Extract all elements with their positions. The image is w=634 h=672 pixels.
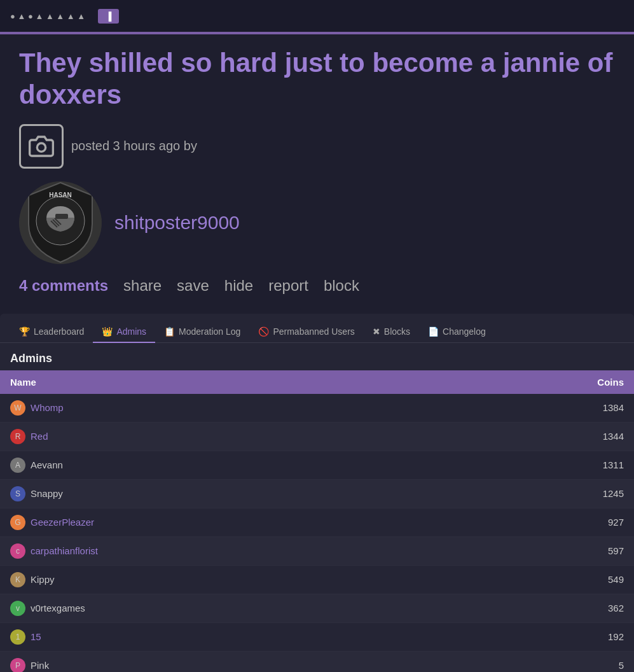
comments-link[interactable]: 4 comments xyxy=(19,277,108,295)
coins-value: 1245 xyxy=(603,488,624,499)
user-name[interactable]: GeezerPleazer xyxy=(31,517,94,528)
user-cell: AAevann xyxy=(10,458,63,473)
user-cell: vv0rtexgames xyxy=(10,601,85,616)
col-name-header: Name xyxy=(10,377,36,388)
top-bar-dots: ● ▲ ● ▲ ▲ ▲ ▲ ▲ xyxy=(10,11,85,21)
hide-link[interactable]: hide xyxy=(224,277,253,295)
admins-icon: 👑 xyxy=(102,326,113,337)
post-actions: 4 comments share save hide report block xyxy=(19,277,615,295)
user-name[interactable]: Snappy xyxy=(31,488,63,499)
user-cell: KKippy xyxy=(10,572,55,587)
main-container: ● ▲ ● ▲ ▲ ▲ ▲ ▲ ▐ They shilled so hard j… xyxy=(0,0,634,672)
coins-value: 192 xyxy=(608,631,624,642)
block-link[interactable]: block xyxy=(324,277,359,295)
table-header: Name Coins xyxy=(0,370,634,394)
section-title: Admins xyxy=(0,343,634,370)
bottom-panel: 🏆 Leaderboard 👑 Admins 📋 Moderation Log … xyxy=(0,314,634,672)
coins-value: 1384 xyxy=(603,402,624,413)
user-avatar-small: 1 xyxy=(10,629,25,645)
user-name[interactable]: Pink xyxy=(31,660,49,671)
post-time: posted 3 hours ago by xyxy=(71,139,197,153)
coins-value: 927 xyxy=(608,517,624,528)
table-row: RRed1344 xyxy=(0,423,634,451)
post-title: They shilled so hard just to become a ja… xyxy=(19,47,615,111)
table-row: AAevann1311 xyxy=(0,451,634,480)
blocks-icon: ✖ xyxy=(373,326,380,337)
changelog-icon: 📄 xyxy=(428,326,439,337)
author-name[interactable]: shitposter9000 xyxy=(114,212,240,234)
camera-icon xyxy=(19,124,64,169)
report-link[interactable]: report xyxy=(268,277,308,295)
post-meta: posted 3 hours ago by xyxy=(19,124,615,169)
user-avatar-small: P xyxy=(10,658,25,672)
tab-leaderboard[interactable]: 🏆 Leaderboard xyxy=(10,321,93,343)
tab-permabanned[interactable]: 🚫 Permabanned Users xyxy=(249,321,363,343)
user-avatar-small: c xyxy=(10,543,25,559)
user-cell: SSnappy xyxy=(10,486,63,501)
share-link[interactable]: share xyxy=(123,277,162,295)
user-avatar-small: R xyxy=(10,429,25,444)
user-cell: PPink xyxy=(10,658,49,672)
post-area: They shilled so hard just to become a ja… xyxy=(0,34,634,307)
tab-changelog-label: Changelog xyxy=(443,326,486,337)
save-link[interactable]: save xyxy=(177,277,209,295)
user-name[interactable]: v0rtexgames xyxy=(31,603,85,613)
user-name[interactable]: Whomp xyxy=(31,402,64,413)
user-name[interactable]: Kippy xyxy=(31,574,55,585)
table-row: KKippy549 xyxy=(0,566,634,594)
top-bar-button[interactable]: ▐ xyxy=(98,9,119,24)
user-cell: WWhomp xyxy=(10,400,64,416)
table-row: vv0rtexgames362 xyxy=(0,594,634,623)
tab-admins-label: Admins xyxy=(116,326,146,337)
user-avatar-small: v xyxy=(10,601,25,616)
table-row: SSnappy1245 xyxy=(0,480,634,508)
tab-permabanned-label: Permabanned Users xyxy=(273,326,354,337)
user-name[interactable]: 15 xyxy=(31,631,41,642)
user-cell: 115 xyxy=(10,629,41,645)
tab-modlog[interactable]: 📋 Moderation Log xyxy=(155,321,249,343)
table-row: 115192 xyxy=(0,623,634,652)
shield-svg: HASAN xyxy=(22,181,99,264)
tab-blocks[interactable]: ✖ Blocks xyxy=(364,321,419,343)
tab-changelog[interactable]: 📄 Changelog xyxy=(419,321,495,343)
coins-value: 5 xyxy=(619,660,624,671)
coins-value: 549 xyxy=(608,574,624,585)
permabanned-icon: 🚫 xyxy=(258,326,269,337)
user-avatar-small: A xyxy=(10,458,25,473)
author-avatar: HASAN xyxy=(19,181,102,264)
table-row: ccarpathianflorist597 xyxy=(0,537,634,566)
tab-admins[interactable]: 👑 Admins xyxy=(93,321,155,343)
user-cell: ccarpathianflorist xyxy=(10,543,98,559)
tabs-bar: 🏆 Leaderboard 👑 Admins 📋 Moderation Log … xyxy=(0,314,634,343)
user-avatar-small: K xyxy=(10,572,25,587)
coins-value: 362 xyxy=(608,603,624,613)
table-row: GGeezerPleazer927 xyxy=(0,508,634,537)
coins-value: 1344 xyxy=(603,431,624,442)
modlog-icon: 📋 xyxy=(164,326,175,337)
coins-value: 1311 xyxy=(603,459,624,470)
col-coins-header: Coins xyxy=(597,377,624,388)
top-bar: ● ▲ ● ▲ ▲ ▲ ▲ ▲ ▐ xyxy=(0,0,634,32)
svg-point-0 xyxy=(37,143,45,151)
user-avatar-small: S xyxy=(10,486,25,501)
tab-leaderboard-label: Leaderboard xyxy=(34,326,84,337)
user-cell: GGeezerPleazer xyxy=(10,515,94,530)
leaderboard-icon: 🏆 xyxy=(19,326,30,337)
tab-modlog-label: Moderation Log xyxy=(179,326,240,337)
table-row: PPink5 xyxy=(0,652,634,672)
user-name[interactable]: Aevann xyxy=(31,459,63,470)
admins-table: WWhomp1384RRed1344AAevann1311SSnappy1245… xyxy=(0,394,634,672)
coins-value: 597 xyxy=(608,545,624,556)
user-avatar-small: W xyxy=(10,400,25,416)
table-row: WWhomp1384 xyxy=(0,394,634,423)
user-name[interactable]: Red xyxy=(31,431,48,442)
tab-blocks-label: Blocks xyxy=(384,326,410,337)
user-cell: RRed xyxy=(10,429,48,444)
author-section: HASAN shitposter9000 xyxy=(19,181,615,264)
svg-text:HASAN: HASAN xyxy=(49,192,72,199)
user-name[interactable]: carpathianflorist xyxy=(31,545,98,556)
svg-rect-6 xyxy=(55,214,68,219)
user-avatar-small: G xyxy=(10,515,25,530)
